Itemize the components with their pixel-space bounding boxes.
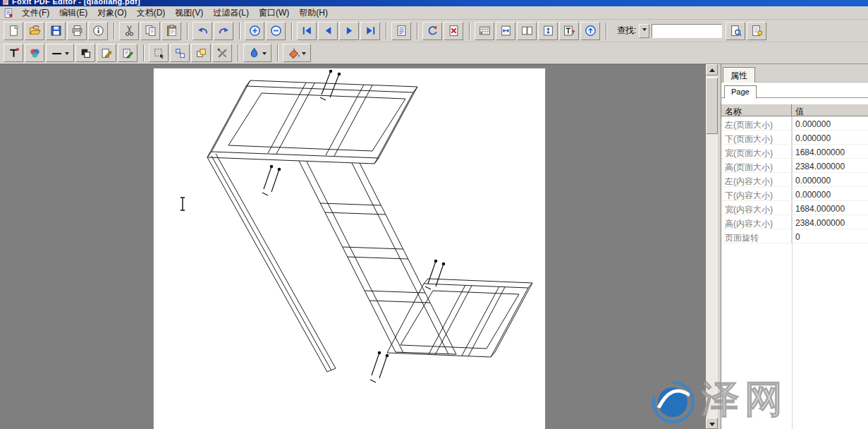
search-in-document-button[interactable]	[726, 22, 745, 40]
property-value: 0.000000	[792, 116, 868, 130]
property-row[interactable]: 下(页面大小)0.000000	[721, 131, 868, 145]
menu-document[interactable]: 文档(D)	[132, 6, 171, 20]
print-button[interactable]	[67, 22, 87, 40]
chevron-down-icon	[65, 52, 69, 57]
search-settings-icon	[751, 25, 763, 37]
property-value: 2384.000000	[792, 159, 868, 172]
two-page-view-icon	[521, 25, 533, 37]
line-style-button[interactable]	[46, 44, 74, 62]
vertical-scrollbar[interactable]	[706, 64, 718, 429]
property-row[interactable]: 页面旋转0	[721, 229, 868, 243]
panel-title-strip: 属性	[721, 64, 868, 83]
fill-style-button[interactable]	[75, 44, 95, 62]
redo-button[interactable]	[214, 22, 233, 40]
scrollbar-thumb[interactable]	[706, 78, 718, 134]
column-header-value[interactable]: 值	[792, 104, 868, 116]
property-row[interactable]: 左(页面大小)0.000000	[721, 116, 868, 131]
undo-button[interactable]	[192, 22, 212, 40]
paste-icon	[166, 25, 178, 37]
menu-view[interactable]: 视图(V)	[170, 6, 208, 20]
property-name: 高(页面大小)	[721, 159, 792, 172]
hex-view-icon	[479, 25, 491, 37]
find-input[interactable]	[652, 24, 722, 38]
menu-help[interactable]: 帮助(H)	[294, 6, 333, 20]
text-tool-button[interactable]	[4, 44, 23, 62]
open-file-button[interactable]	[25, 22, 44, 40]
property-row[interactable]: 高(页面大小)2384.000000	[721, 159, 868, 173]
text-extract-icon	[563, 25, 575, 37]
toolbar-separator	[469, 23, 470, 40]
property-value: 2384.000000	[792, 215, 868, 229]
two-page-view-button[interactable]	[517, 22, 537, 40]
rotate-page-button[interactable]	[422, 22, 442, 40]
text-extract-button[interactable]	[559, 22, 579, 40]
fit-page-button[interactable]	[538, 22, 558, 40]
new-document-button[interactable]	[4, 22, 23, 40]
menu-file[interactable]: 文件(F)	[17, 6, 54, 20]
tools-icon	[216, 47, 228, 59]
technical-drawing	[154, 68, 546, 429]
page-properties-button[interactable]	[391, 22, 411, 40]
property-row[interactable]: 下(内容大小)0.000000	[721, 187, 868, 201]
menu-window[interactable]: 窗口(W)	[254, 6, 294, 20]
scroll-up-button[interactable]	[706, 64, 718, 75]
menu-edit[interactable]: 编辑(E)	[54, 6, 92, 20]
color-wheel-button[interactable]	[25, 44, 44, 62]
fill-color-button[interactable]	[283, 44, 311, 62]
tools-button[interactable]	[212, 44, 232, 62]
menu-filter[interactable]: 过滤器(L)	[208, 6, 254, 20]
edit-toolbar	[0, 42, 868, 64]
property-row[interactable]: 高(内容大小)2384.000000	[721, 215, 868, 229]
page-properties-icon	[396, 25, 408, 37]
stroke-color-button[interactable]	[243, 44, 271, 62]
property-name: 宽(内容大小)	[721, 201, 792, 214]
tab-page[interactable]: Page	[724, 85, 757, 99]
column-header-name[interactable]: 名称	[721, 104, 792, 116]
property-value: 0.000000	[792, 131, 868, 144]
fit-width-icon	[500, 25, 512, 37]
info-icon	[92, 25, 104, 37]
last-page-icon	[365, 25, 377, 37]
save-button[interactable]	[46, 22, 66, 40]
property-value: 1684.000000	[792, 145, 868, 158]
arrange-icon	[195, 47, 207, 59]
menu-bar: 文件(F) 编辑(E) 对象(O) 文档(D) 视图(V) 过滤器(L) 窗口(…	[0, 6, 868, 20]
paste-button[interactable]	[161, 22, 181, 40]
document-menu-icon[interactable]	[3, 8, 14, 18]
edit-content-button[interactable]	[118, 44, 137, 62]
property-row[interactable]: 左(内容大小)0.000000	[721, 173, 868, 187]
document-workspace[interactable]	[0, 64, 706, 429]
property-row[interactable]: 宽(页面大小)1684.000000	[721, 145, 868, 159]
last-page-button[interactable]	[360, 22, 380, 40]
redo-icon	[218, 25, 230, 37]
upload-button[interactable]	[580, 22, 600, 40]
next-page-icon	[343, 25, 355, 37]
edit-object-button[interactable]	[97, 44, 116, 62]
select-object-button[interactable]	[149, 44, 169, 62]
toolbar-separator	[417, 23, 418, 40]
copy-button[interactable]	[140, 22, 160, 40]
search-settings-button[interactable]	[747, 22, 766, 40]
menu-object[interactable]: 对象(O)	[92, 6, 131, 20]
first-page-button[interactable]	[297, 22, 317, 40]
edit-content-icon	[122, 47, 134, 59]
previous-page-button[interactable]	[318, 22, 338, 40]
arrange-objects-button[interactable]	[191, 44, 211, 62]
fill-swatch-icon	[80, 47, 92, 59]
property-row[interactable]: 宽(内容大小)1684.000000	[721, 201, 868, 215]
zoom-in-icon	[249, 25, 261, 37]
find-dropdown[interactable]	[639, 24, 649, 38]
zoom-in-button[interactable]	[245, 22, 264, 40]
hex-view-button[interactable]	[475, 22, 494, 40]
main-toolbar: 查找:	[0, 20, 868, 42]
snap-grid-button[interactable]	[170, 44, 190, 62]
property-value: 1684.000000	[792, 201, 868, 214]
zoom-out-button[interactable]	[266, 22, 286, 40]
next-page-button[interactable]	[339, 22, 359, 40]
scroll-down-button[interactable]	[706, 418, 718, 429]
delete-page-button[interactable]	[444, 22, 463, 40]
cut-button[interactable]	[119, 22, 139, 40]
document-info-button[interactable]	[88, 22, 108, 40]
pdf-page[interactable]	[153, 68, 546, 429]
fit-width-button[interactable]	[496, 22, 515, 40]
